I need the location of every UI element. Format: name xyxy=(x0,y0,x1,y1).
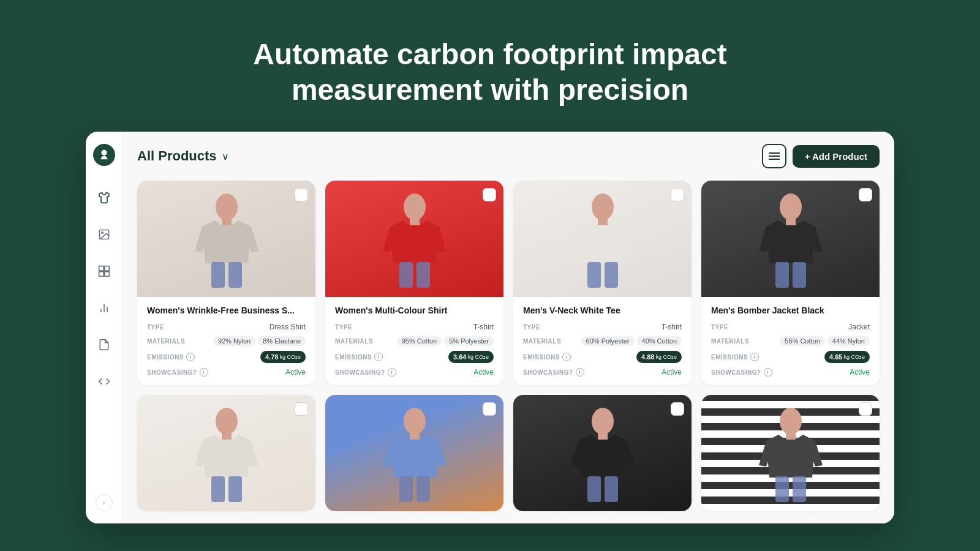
emissions-label-group: EMISSIONS i xyxy=(335,353,383,361)
product-name: Men's Bomber Jacket Black xyxy=(711,305,870,315)
emissions-value: 4.65 xyxy=(829,353,842,361)
svg-rect-42 xyxy=(786,432,796,440)
svg-rect-31 xyxy=(211,476,225,502)
materials-badges: 92% Nylon8% Elastane xyxy=(213,336,306,346)
product-image xyxy=(701,395,880,511)
showcasing-info-icon[interactable]: i xyxy=(388,368,396,377)
list-view-button[interactable] xyxy=(762,144,786,168)
svg-point-29 xyxy=(216,408,238,435)
emissions-label-group: EMISSIONS i xyxy=(711,353,759,361)
showcasing-row: SHOWCASING? i Active xyxy=(335,368,494,377)
app-container: › All Products ∨ + Add Product xyxy=(86,132,894,523)
product-select-checkbox[interactable] xyxy=(671,402,684,416)
app-logo[interactable] xyxy=(93,144,115,166)
showcasing-label-group: SHOWCASING? i xyxy=(335,368,396,377)
sidebar-item-documents[interactable] xyxy=(93,334,115,356)
product-select-checkbox[interactable] xyxy=(859,402,872,416)
emissions-badge: 4.78 kg CO₂e xyxy=(260,351,306,363)
product-card xyxy=(325,395,503,511)
product-select-checkbox[interactable] xyxy=(671,188,684,201)
showcasing-status: Active xyxy=(662,368,682,377)
showcasing-label-group: SHOWCASING? i xyxy=(147,368,208,377)
type-label: TYPE xyxy=(335,324,352,331)
svg-point-13 xyxy=(216,193,238,220)
product-image xyxy=(137,395,315,511)
svg-rect-23 xyxy=(587,262,601,288)
product-select-checkbox[interactable] xyxy=(483,188,496,201)
emissions-info-icon[interactable]: i xyxy=(186,353,195,361)
emissions-info-icon[interactable]: i xyxy=(374,353,383,361)
sidebar-item-code[interactable] xyxy=(93,370,115,392)
svg-rect-3 xyxy=(99,266,104,271)
main-content: All Products ∨ + Add Product xyxy=(123,132,894,523)
svg-rect-5 xyxy=(99,272,104,277)
emissions-badge: 3.64 kg CO₂e xyxy=(448,351,494,363)
svg-rect-28 xyxy=(793,262,806,288)
products-grid: Women's Wrinkle-Free Business S... TYPE … xyxy=(137,181,880,511)
svg-rect-20 xyxy=(417,262,430,288)
type-value: T-shirt xyxy=(662,323,682,331)
product-name: Women's Wrinkle-Free Business S... xyxy=(147,305,306,315)
product-select-checkbox[interactable] xyxy=(859,188,872,201)
emissions-value: 3.64 xyxy=(453,353,466,361)
type-label: TYPE xyxy=(523,324,540,331)
showcasing-info-icon[interactable]: i xyxy=(200,368,208,377)
product-card xyxy=(701,395,880,511)
emissions-label: EMISSIONS xyxy=(523,354,560,361)
product-figure xyxy=(513,181,692,297)
materials-label: MATERIALS xyxy=(523,338,561,345)
product-select-checkbox[interactable] xyxy=(483,402,496,416)
product-card: Women's Wrinkle-Free Business S... TYPE … xyxy=(137,181,315,385)
product-select-checkbox[interactable] xyxy=(295,402,308,416)
svg-rect-43 xyxy=(775,476,789,502)
svg-rect-40 xyxy=(605,476,618,502)
type-value: Dress Shirt xyxy=(270,323,306,331)
product-card: Women's Multi-Colour Shirt TYPE T-shirt … xyxy=(325,181,503,385)
product-info: Men's Bomber Jacket Black TYPE Jacket MA… xyxy=(701,297,880,385)
emissions-info-icon[interactable]: i xyxy=(562,353,571,361)
materials-row: MATERIALS 56% Cotton44% Nylon xyxy=(711,336,870,346)
svg-point-25 xyxy=(780,193,802,220)
product-image xyxy=(325,395,503,511)
emissions-unit: kg CO₂e xyxy=(655,354,677,360)
svg-rect-26 xyxy=(786,218,796,225)
emissions-unit: kg CO₂e xyxy=(279,354,301,360)
product-figure xyxy=(701,395,880,511)
svg-rect-36 xyxy=(417,476,430,502)
product-image xyxy=(325,181,503,297)
showcasing-label-group: SHOWCASING? i xyxy=(711,368,772,377)
hero-section: Automate carbon footprint impact measure… xyxy=(0,0,980,132)
header-left: All Products ∨ xyxy=(137,148,229,164)
svg-rect-24 xyxy=(605,262,618,288)
products-dropdown-icon[interactable]: ∨ xyxy=(222,151,229,162)
emissions-info-icon[interactable]: i xyxy=(750,353,759,361)
product-image xyxy=(137,181,315,297)
sidebar-item-products[interactable] xyxy=(93,187,115,209)
materials-label: MATERIALS xyxy=(335,338,373,345)
svg-rect-18 xyxy=(410,218,420,225)
sidebar-expand-button[interactable]: › xyxy=(96,494,113,511)
svg-rect-35 xyxy=(399,476,413,502)
svg-rect-19 xyxy=(399,262,413,288)
material-badge: 95% Cotton xyxy=(397,336,442,346)
product-select-checkbox[interactable] xyxy=(295,188,308,201)
sidebar-item-images[interactable] xyxy=(93,223,115,246)
showcasing-label: SHOWCASING? xyxy=(523,369,573,376)
showcasing-row: SHOWCASING? i Active xyxy=(147,368,306,377)
type-row: TYPE Dress Shirt xyxy=(147,323,306,331)
product-name: Women's Multi-Colour Shirt xyxy=(335,305,494,315)
add-product-button[interactable]: + Add Product xyxy=(793,145,880,168)
material-badge: 92% Nylon xyxy=(213,336,255,346)
sidebar-item-gallery[interactable] xyxy=(93,260,115,282)
type-value: T-shirt xyxy=(473,323,494,331)
sidebar-item-analytics[interactable] xyxy=(93,297,115,319)
svg-point-21 xyxy=(592,193,614,220)
material-badge: 60% Polyester xyxy=(581,336,635,346)
emissions-row: EMISSIONS i 3.64 kg CO₂e xyxy=(335,351,494,363)
emissions-unit: kg CO₂e xyxy=(467,354,489,360)
product-figure xyxy=(325,395,503,511)
showcasing-info-icon[interactable]: i xyxy=(764,368,772,377)
materials-row: MATERIALS 95% Cotton5% Polyester xyxy=(335,336,494,346)
showcasing-info-icon[interactable]: i xyxy=(576,368,584,377)
materials-label: MATERIALS xyxy=(147,338,185,345)
